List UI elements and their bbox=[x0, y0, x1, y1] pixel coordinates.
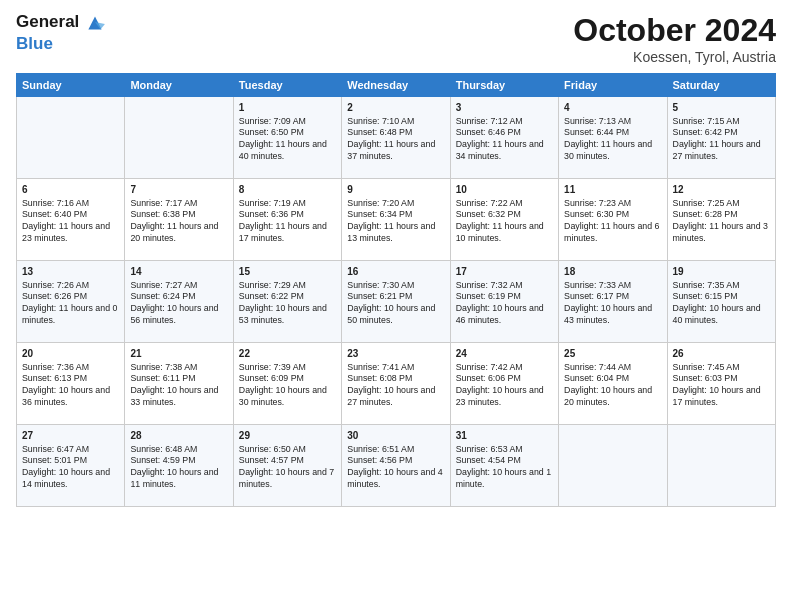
day-number: 23 bbox=[347, 347, 444, 361]
day-info: Sunrise: 7:36 AM Sunset: 6:13 PM Dayligh… bbox=[22, 362, 119, 410]
day-number: 24 bbox=[456, 347, 553, 361]
calendar-week-row: 1Sunrise: 7:09 AM Sunset: 6:50 PM Daylig… bbox=[17, 97, 776, 179]
calendar-cell: 24Sunrise: 7:42 AM Sunset: 6:06 PM Dayli… bbox=[450, 343, 558, 425]
title-block: October 2024 Koessen, Tyrol, Austria bbox=[573, 12, 776, 65]
day-info: Sunrise: 6:53 AM Sunset: 4:54 PM Dayligh… bbox=[456, 444, 553, 492]
calendar-cell: 25Sunrise: 7:44 AM Sunset: 6:04 PM Dayli… bbox=[559, 343, 667, 425]
calendar-cell: 19Sunrise: 7:35 AM Sunset: 6:15 PM Dayli… bbox=[667, 261, 775, 343]
calendar-cell: 29Sunrise: 6:50 AM Sunset: 4:57 PM Dayli… bbox=[233, 425, 341, 507]
month-title: October 2024 bbox=[573, 12, 776, 49]
day-info: Sunrise: 7:27 AM Sunset: 6:24 PM Dayligh… bbox=[130, 280, 227, 328]
calendar-cell: 14Sunrise: 7:27 AM Sunset: 6:24 PM Dayli… bbox=[125, 261, 233, 343]
day-info: Sunrise: 7:39 AM Sunset: 6:09 PM Dayligh… bbox=[239, 362, 336, 410]
calendar-cell bbox=[125, 97, 233, 179]
calendar-week-row: 20Sunrise: 7:36 AM Sunset: 6:13 PM Dayli… bbox=[17, 343, 776, 425]
page: General Blue October 2024 Koessen, Tyrol… bbox=[0, 0, 792, 612]
day-info: Sunrise: 7:15 AM Sunset: 6:42 PM Dayligh… bbox=[673, 116, 770, 164]
weekday-header-friday: Friday bbox=[559, 74, 667, 97]
weekday-header-thursday: Thursday bbox=[450, 74, 558, 97]
day-number: 11 bbox=[564, 183, 661, 197]
day-number: 25 bbox=[564, 347, 661, 361]
calendar-cell: 23Sunrise: 7:41 AM Sunset: 6:08 PM Dayli… bbox=[342, 343, 450, 425]
day-number: 14 bbox=[130, 265, 227, 279]
day-number: 26 bbox=[673, 347, 770, 361]
calendar-week-row: 6Sunrise: 7:16 AM Sunset: 6:40 PM Daylig… bbox=[17, 179, 776, 261]
day-info: Sunrise: 7:42 AM Sunset: 6:06 PM Dayligh… bbox=[456, 362, 553, 410]
day-number: 3 bbox=[456, 101, 553, 115]
calendar-cell: 2Sunrise: 7:10 AM Sunset: 6:48 PM Daylig… bbox=[342, 97, 450, 179]
day-number: 8 bbox=[239, 183, 336, 197]
day-number: 30 bbox=[347, 429, 444, 443]
calendar-cell: 28Sunrise: 6:48 AM Sunset: 4:59 PM Dayli… bbox=[125, 425, 233, 507]
day-info: Sunrise: 6:48 AM Sunset: 4:59 PM Dayligh… bbox=[130, 444, 227, 492]
day-info: Sunrise: 7:20 AM Sunset: 6:34 PM Dayligh… bbox=[347, 198, 444, 246]
calendar-cell: 30Sunrise: 6:51 AM Sunset: 4:56 PM Dayli… bbox=[342, 425, 450, 507]
day-info: Sunrise: 7:33 AM Sunset: 6:17 PM Dayligh… bbox=[564, 280, 661, 328]
calendar-cell: 4Sunrise: 7:13 AM Sunset: 6:44 PM Daylig… bbox=[559, 97, 667, 179]
day-info: Sunrise: 6:51 AM Sunset: 4:56 PM Dayligh… bbox=[347, 444, 444, 492]
day-number: 13 bbox=[22, 265, 119, 279]
day-info: Sunrise: 7:38 AM Sunset: 6:11 PM Dayligh… bbox=[130, 362, 227, 410]
calendar-table: SundayMondayTuesdayWednesdayThursdayFrid… bbox=[16, 73, 776, 507]
day-number: 6 bbox=[22, 183, 119, 197]
day-number: 5 bbox=[673, 101, 770, 115]
weekday-header-row: SundayMondayTuesdayWednesdayThursdayFrid… bbox=[17, 74, 776, 97]
day-number: 15 bbox=[239, 265, 336, 279]
header: General Blue October 2024 Koessen, Tyrol… bbox=[16, 12, 776, 65]
calendar-cell: 31Sunrise: 6:53 AM Sunset: 4:54 PM Dayli… bbox=[450, 425, 558, 507]
calendar-cell: 22Sunrise: 7:39 AM Sunset: 6:09 PM Dayli… bbox=[233, 343, 341, 425]
day-info: Sunrise: 7:45 AM Sunset: 6:03 PM Dayligh… bbox=[673, 362, 770, 410]
calendar-week-row: 27Sunrise: 6:47 AM Sunset: 5:01 PM Dayli… bbox=[17, 425, 776, 507]
day-number: 27 bbox=[22, 429, 119, 443]
day-info: Sunrise: 7:12 AM Sunset: 6:46 PM Dayligh… bbox=[456, 116, 553, 164]
calendar-cell bbox=[667, 425, 775, 507]
weekday-header-monday: Monday bbox=[125, 74, 233, 97]
day-info: Sunrise: 7:10 AM Sunset: 6:48 PM Dayligh… bbox=[347, 116, 444, 164]
calendar-cell: 26Sunrise: 7:45 AM Sunset: 6:03 PM Dayli… bbox=[667, 343, 775, 425]
day-number: 22 bbox=[239, 347, 336, 361]
day-info: Sunrise: 7:26 AM Sunset: 6:26 PM Dayligh… bbox=[22, 280, 119, 328]
location: Koessen, Tyrol, Austria bbox=[573, 49, 776, 65]
day-number: 2 bbox=[347, 101, 444, 115]
calendar-cell: 12Sunrise: 7:25 AM Sunset: 6:28 PM Dayli… bbox=[667, 179, 775, 261]
day-info: Sunrise: 7:16 AM Sunset: 6:40 PM Dayligh… bbox=[22, 198, 119, 246]
logo: General Blue bbox=[16, 12, 106, 54]
day-info: Sunrise: 7:41 AM Sunset: 6:08 PM Dayligh… bbox=[347, 362, 444, 410]
day-number: 31 bbox=[456, 429, 553, 443]
day-number: 10 bbox=[456, 183, 553, 197]
logo-blue: Blue bbox=[16, 34, 106, 54]
calendar-cell: 5Sunrise: 7:15 AM Sunset: 6:42 PM Daylig… bbox=[667, 97, 775, 179]
weekday-header-sunday: Sunday bbox=[17, 74, 125, 97]
day-info: Sunrise: 7:35 AM Sunset: 6:15 PM Dayligh… bbox=[673, 280, 770, 328]
weekday-header-tuesday: Tuesday bbox=[233, 74, 341, 97]
calendar-cell: 7Sunrise: 7:17 AM Sunset: 6:38 PM Daylig… bbox=[125, 179, 233, 261]
day-info: Sunrise: 7:09 AM Sunset: 6:50 PM Dayligh… bbox=[239, 116, 336, 164]
day-number: 21 bbox=[130, 347, 227, 361]
day-number: 19 bbox=[673, 265, 770, 279]
calendar-cell: 27Sunrise: 6:47 AM Sunset: 5:01 PM Dayli… bbox=[17, 425, 125, 507]
calendar-cell: 16Sunrise: 7:30 AM Sunset: 6:21 PM Dayli… bbox=[342, 261, 450, 343]
weekday-header-saturday: Saturday bbox=[667, 74, 775, 97]
day-info: Sunrise: 7:17 AM Sunset: 6:38 PM Dayligh… bbox=[130, 198, 227, 246]
day-info: Sunrise: 7:29 AM Sunset: 6:22 PM Dayligh… bbox=[239, 280, 336, 328]
day-number: 16 bbox=[347, 265, 444, 279]
calendar-cell: 3Sunrise: 7:12 AM Sunset: 6:46 PM Daylig… bbox=[450, 97, 558, 179]
calendar-week-row: 13Sunrise: 7:26 AM Sunset: 6:26 PM Dayli… bbox=[17, 261, 776, 343]
day-number: 18 bbox=[564, 265, 661, 279]
calendar-cell: 13Sunrise: 7:26 AM Sunset: 6:26 PM Dayli… bbox=[17, 261, 125, 343]
day-info: Sunrise: 7:30 AM Sunset: 6:21 PM Dayligh… bbox=[347, 280, 444, 328]
logo-text: General Blue bbox=[16, 12, 106, 54]
logo-general: General bbox=[16, 12, 79, 31]
day-info: Sunrise: 7:32 AM Sunset: 6:19 PM Dayligh… bbox=[456, 280, 553, 328]
day-number: 9 bbox=[347, 183, 444, 197]
logo-icon bbox=[84, 12, 106, 34]
day-number: 1 bbox=[239, 101, 336, 115]
day-info: Sunrise: 7:13 AM Sunset: 6:44 PM Dayligh… bbox=[564, 116, 661, 164]
calendar-cell: 8Sunrise: 7:19 AM Sunset: 6:36 PM Daylig… bbox=[233, 179, 341, 261]
day-number: 20 bbox=[22, 347, 119, 361]
calendar-cell: 18Sunrise: 7:33 AM Sunset: 6:17 PM Dayli… bbox=[559, 261, 667, 343]
weekday-header-wednesday: Wednesday bbox=[342, 74, 450, 97]
day-info: Sunrise: 6:50 AM Sunset: 4:57 PM Dayligh… bbox=[239, 444, 336, 492]
calendar-cell: 20Sunrise: 7:36 AM Sunset: 6:13 PM Dayli… bbox=[17, 343, 125, 425]
calendar-cell: 15Sunrise: 7:29 AM Sunset: 6:22 PM Dayli… bbox=[233, 261, 341, 343]
